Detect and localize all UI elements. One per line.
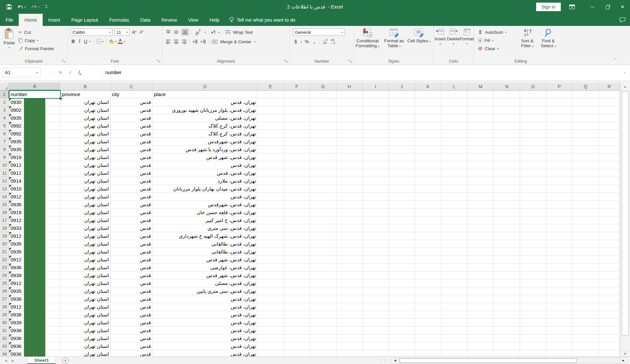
cell-M15[interactable] [468,201,494,209]
row-header-17[interactable]: 17 [0,216,9,224]
cell-F15[interactable] [284,201,310,209]
column-header-A[interactable]: A [9,83,60,91]
cell-R33[interactable] [599,342,620,350]
cell-P7[interactable] [546,138,573,146]
cell-Q29[interactable] [573,311,599,319]
cell-C10[interactable]: قدس [111,161,153,169]
row-header-20[interactable]: 20 [0,240,9,248]
cell-O32[interactable] [520,334,546,342]
cell-R20[interactable] [599,240,620,248]
cell-N21[interactable] [494,248,520,256]
cell-O22[interactable] [520,256,546,264]
cell-C15[interactable]: قدس [111,201,153,209]
cell-J25[interactable] [389,279,415,287]
cell-N12[interactable] [494,177,520,185]
cell-M11[interactable] [468,169,494,177]
cell-K11[interactable] [415,169,441,177]
cell-P17[interactable] [546,216,573,224]
new-sheet-button[interactable]: + [62,357,69,364]
cell-N29[interactable] [494,311,520,319]
cell-P10[interactable] [546,161,573,169]
cell-I29[interactable] [363,311,389,319]
cell-H20[interactable] [336,240,363,248]
autosum-button[interactable]: Σ AutoSum ▾ [478,29,517,36]
cell-H24[interactable] [336,272,363,279]
horizontal-scrollbar[interactable]: ⋮⋮ ◀ ▶ [379,358,627,363]
cell-P20[interactable] [546,240,573,248]
cell-O26[interactable] [520,287,546,295]
cell-M32[interactable] [468,334,494,342]
cell-I20[interactable] [363,240,389,248]
formula-input[interactable]: number [102,68,617,77]
cell-Q20[interactable] [573,240,599,248]
horizontal-scroll-thumb[interactable] [400,358,577,363]
cell-B2[interactable]: استان تهران [60,98,111,106]
cell-H9[interactable] [336,153,363,161]
row-header-7[interactable]: 7 [0,138,9,146]
cell-P8[interactable] [546,146,573,153]
tab-review[interactable]: Review [156,14,183,26]
row-header-3[interactable]: 3 [0,106,9,114]
cell-N11[interactable] [494,169,520,177]
cell-H13[interactable] [336,185,363,193]
column-header-P[interactable]: P [546,83,573,91]
row-header-16[interactable]: 16 [0,209,9,216]
fill-color-icon[interactable] [109,39,115,44]
cell-N13[interactable] [494,185,520,193]
cell-N7[interactable] [494,138,520,146]
cell-G10[interactable] [310,161,336,169]
cell-M33[interactable] [468,342,494,350]
cell-L22[interactable] [441,256,468,264]
cell-K7[interactable] [415,138,441,146]
cell-F4[interactable] [284,114,310,122]
column-header-O[interactable]: O [520,83,546,91]
cell-L32[interactable] [441,334,468,342]
column-header-Q[interactable]: Q [573,83,599,91]
cell-L28[interactable] [441,303,468,311]
cell-R1[interactable] [599,91,620,98]
column-header-R[interactable]: R [599,83,620,91]
cell-D23[interactable]: تهران، قدس، عوارضی [153,264,258,272]
cell-H12[interactable] [336,177,363,185]
cell-O6[interactable] [520,130,546,138]
cell-Q10[interactable] [573,161,599,169]
cell-M3[interactable] [468,106,494,114]
cell-O31[interactable] [520,327,546,334]
italic-button[interactable]: I [77,39,82,44]
clear-button[interactable]: Clear ▾ [478,45,517,52]
cell-M4[interactable] [468,114,494,122]
cell-D30[interactable]: تهران، قدس [153,319,258,327]
cell-I24[interactable] [363,272,389,279]
close-button[interactable]: × [615,0,630,14]
cell-M6[interactable] [468,130,494,138]
cell-D14[interactable]: تهران، قدس [153,193,258,201]
cell-H11[interactable] [336,169,363,177]
cell-R11[interactable] [599,169,620,177]
cell-C25[interactable]: قدس [111,279,153,287]
cell-D29[interactable]: تهران، قدس [153,311,258,319]
ribbon-display-options-icon[interactable] [569,5,575,9]
sort-filter-button[interactable]: AZ Sort & Filter ▾ [517,26,537,52]
row-header-25[interactable]: 25 [0,279,9,287]
cell-L31[interactable] [441,327,468,334]
cell-D33[interactable]: تهران، قدس [153,342,258,350]
cell-R4[interactable] [599,114,620,122]
cell-J8[interactable] [389,146,415,153]
cell-J32[interactable] [389,334,415,342]
cell-P21[interactable] [546,248,573,256]
sheet-nav-left-icon[interactable]: ◀ [5,359,7,362]
cell-E10[interactable] [258,161,284,169]
cell-R17[interactable] [599,216,620,224]
cell-O2[interactable] [520,98,546,106]
vertical-scrollbar[interactable]: ▲ ▼ [620,83,630,356]
cell-G28[interactable] [310,303,336,311]
cell-I16[interactable] [363,209,389,216]
cell-Q18[interactable] [573,224,599,232]
cell-C21[interactable]: قدس [111,248,153,256]
cell-R8[interactable] [599,146,620,153]
cell-O9[interactable] [520,153,546,161]
column-header-N[interactable]: N [494,83,520,91]
cell-H18[interactable] [336,224,363,232]
cell-L4[interactable] [441,114,468,122]
cell-F3[interactable] [284,106,310,114]
